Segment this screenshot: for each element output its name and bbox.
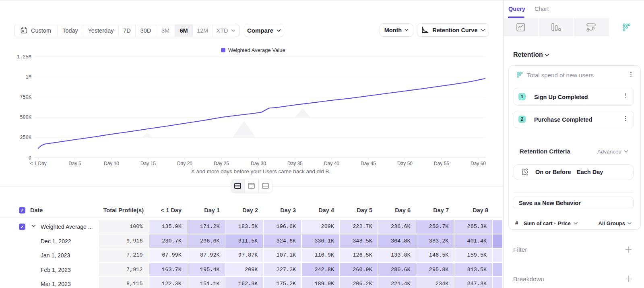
svg-text:Day 60: Day 60 [471,161,486,166]
svg-text:Day 55: Day 55 [434,161,449,166]
svg-text:Day 10: Day 10 [104,161,119,166]
svg-text:Day 15: Day 15 [140,161,156,166]
svg-text:Day 5: Day 5 [68,161,81,166]
svg-text:Day 35: Day 35 [287,161,303,166]
svg-text:Day 50: Day 50 [397,161,413,166]
svg-text:Day 30: Day 30 [251,161,266,166]
svg-text:Day 25: Day 25 [214,161,229,166]
svg-text:< 1 Day: < 1 Day [30,161,47,166]
svg-text:250K: 250K [20,135,32,141]
svg-text:Day 45: Day 45 [361,161,376,166]
svg-text:1M: 1M [26,75,31,80]
svg-text:1.25M: 1.25M [17,54,31,60]
svg-text:Day 20: Day 20 [177,161,192,166]
svg-text:500K: 500K [20,115,32,120]
svg-text:Day 40: Day 40 [324,161,339,166]
svg-text:750K: 750K [20,95,32,100]
svg-text:0: 0 [29,155,31,161]
